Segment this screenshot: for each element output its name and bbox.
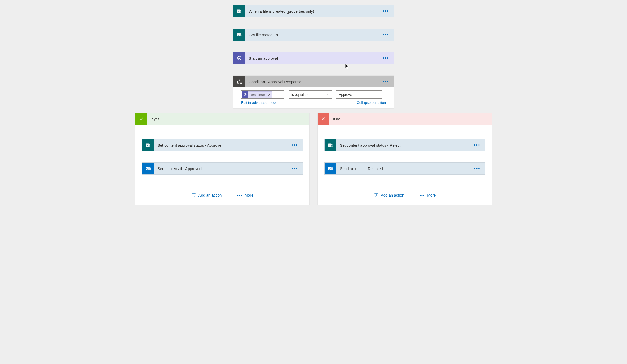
check-icon: [135, 113, 147, 125]
condition-value: Approve: [339, 93, 352, 97]
condition-operator-select[interactable]: is equal to ﹀: [289, 90, 332, 99]
get-metadata-title: Get file metadata: [245, 33, 378, 37]
more-label: More: [427, 193, 436, 197]
add-action-button[interactable]: Add an action: [191, 192, 222, 198]
svg-rect-13: [240, 83, 242, 84]
cursor-icon: [345, 64, 349, 69]
if-no-header: If no: [318, 113, 492, 125]
condition-branches: If yes S Set content approval status - A…: [135, 113, 492, 205]
chip-label: Response: [248, 93, 266, 97]
chevron-down-icon: ﹀: [326, 93, 329, 97]
get-metadata-card[interactable]: S Get file metadata •••: [233, 29, 394, 41]
card-menu-icon[interactable]: •••: [469, 166, 485, 171]
svg-rect-12: [237, 83, 238, 84]
chip-remove-icon[interactable]: ✕: [266, 93, 272, 97]
if-yes-title: If yes: [147, 117, 309, 121]
condition-title: Condition - Approval Response: [245, 80, 378, 84]
start-approval-card[interactable]: Start an approval •••: [233, 52, 394, 64]
condition-left-operand[interactable]: Response ✕: [241, 90, 284, 99]
svg-point-10: [237, 56, 241, 60]
svg-point-26: [331, 144, 332, 145]
collapse-condition-link[interactable]: Collapse condition: [357, 101, 386, 105]
if-yes-branch: If yes S Set content approval status - A…: [135, 113, 310, 205]
ellipsis-icon: •••: [237, 193, 243, 197]
card-menu-icon[interactable]: •••: [287, 142, 303, 148]
more-button[interactable]: ••• More: [237, 192, 253, 198]
condition-card[interactable]: Condition - Approval Response ••• Respon…: [233, 75, 394, 109]
operator-value: is equal to: [291, 93, 308, 97]
outlook-icon: O: [142, 163, 154, 174]
edit-advanced-link[interactable]: Edit in advanced mode: [241, 101, 277, 105]
approval-icon: [233, 52, 245, 64]
sharepoint-icon: S: [325, 139, 336, 151]
dynamic-content-chip[interactable]: Response ✕: [242, 91, 272, 98]
ellipsis-icon: •••: [419, 193, 425, 197]
trigger-card[interactable]: S When a file is created (properties onl…: [233, 5, 394, 17]
if-yes-header: If yes: [135, 113, 309, 125]
add-action-label: Add an action: [381, 193, 404, 197]
more-button[interactable]: ••• More: [419, 192, 436, 198]
no-step1-card[interactable]: S Set content approval status - Reject •…: [324, 139, 485, 151]
sharepoint-icon: S: [233, 5, 245, 17]
svg-point-18: [149, 145, 150, 147]
if-no-branch: If no S Set content approval status - Re…: [317, 113, 492, 205]
svg-point-3: [240, 11, 242, 13]
sharepoint-icon: S: [233, 29, 245, 41]
card-menu-icon[interactable]: •••: [378, 79, 394, 84]
svg-point-7: [240, 33, 241, 35]
trigger-title: When a file is created (properties only): [245, 9, 378, 14]
svg-text:S: S: [238, 34, 239, 36]
condition-right-operand[interactable]: Approve: [336, 90, 382, 99]
svg-text:O: O: [146, 167, 148, 170]
card-menu-icon[interactable]: •••: [469, 142, 485, 148]
svg-point-27: [331, 145, 333, 147]
svg-rect-32: [375, 196, 377, 197]
more-label: More: [245, 193, 253, 197]
svg-rect-23: [193, 196, 195, 197]
no-step1-title: Set content approval status - Reject: [336, 143, 469, 147]
close-icon: [318, 113, 329, 125]
svg-point-17: [148, 144, 150, 145]
svg-text:S: S: [238, 10, 239, 13]
svg-point-8: [240, 35, 242, 36]
svg-text:O: O: [329, 167, 330, 170]
card-menu-icon[interactable]: •••: [287, 166, 303, 171]
flow-designer: S When a file is created (properties onl…: [13, 5, 614, 205]
card-menu-icon[interactable]: •••: [378, 9, 394, 14]
add-action-label: Add an action: [198, 193, 222, 197]
card-menu-icon[interactable]: •••: [378, 56, 394, 61]
outlook-icon: O: [325, 163, 336, 174]
yes-step2-card[interactable]: O Send an email - Approved •••: [142, 162, 303, 175]
card-menu-icon[interactable]: •••: [378, 32, 394, 37]
sharepoint-icon: S: [142, 139, 154, 151]
condition-icon: [233, 76, 245, 87]
yes-step2-title: Send an email - Approved: [154, 166, 287, 171]
add-action-button[interactable]: Add an action: [374, 192, 404, 198]
no-step2-card[interactable]: O Send an email - Rejected •••: [324, 162, 485, 175]
svg-text:S: S: [329, 144, 330, 147]
svg-point-2: [240, 10, 241, 11]
yes-step1-title: Set content approval status - Approve: [154, 143, 287, 147]
if-no-title: If no: [329, 117, 492, 121]
no-step2-title: Send an email - Rejected: [336, 166, 469, 171]
approval-title: Start an approval: [245, 56, 378, 60]
svg-point-14: [244, 93, 246, 96]
yes-step1-card[interactable]: S Set content approval status - Approve …: [142, 139, 303, 151]
approval-icon: [242, 91, 248, 98]
svg-text:S: S: [147, 144, 148, 147]
